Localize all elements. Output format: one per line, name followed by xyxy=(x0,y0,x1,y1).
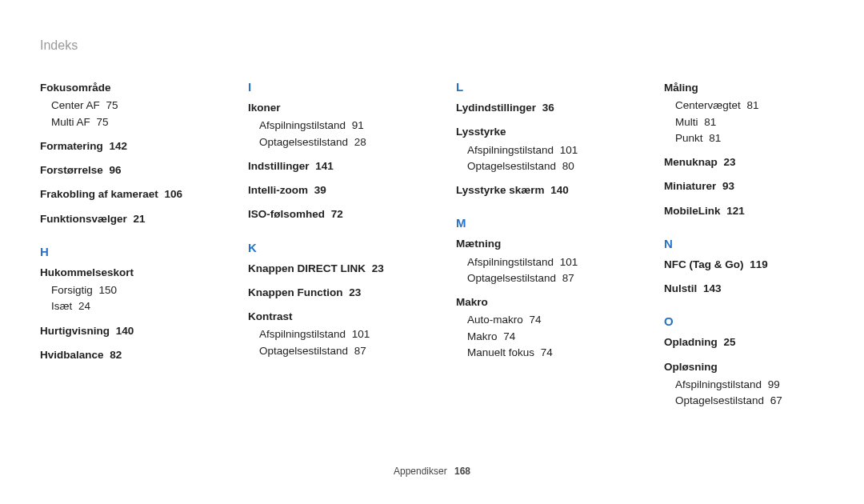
subentry-page: 81 xyxy=(706,132,722,144)
index-entry: Funktionsvælger 21 xyxy=(40,211,200,227)
entry-page: 140 xyxy=(113,325,134,337)
entry-label: Opladning xyxy=(664,336,718,348)
subentry: Afspilningstilstand 91 xyxy=(259,118,408,134)
index-entry: FokusområdeCenter AF 75Multi AF 75 xyxy=(40,80,200,130)
subentry-page: 75 xyxy=(103,99,118,111)
subentry-page: 74 xyxy=(538,346,553,358)
entry-label: ISO-følsomhed xyxy=(248,208,325,220)
subentry-page: 99 xyxy=(765,378,780,390)
subentry-page: 74 xyxy=(526,314,542,326)
subentries: Afspilningstilstand 101Optagelsestilstan… xyxy=(248,326,408,359)
subentry: Afspilningstilstand 99 xyxy=(675,377,824,393)
subentry-page: 80 xyxy=(559,160,574,172)
index-page: Indeks FokusområdeCenter AF 75Multi AF 7… xyxy=(0,0,864,504)
index-entry: NFC (Tag & Go) 119 xyxy=(664,257,824,273)
entry-label: Kontrast xyxy=(248,310,293,322)
subentry-page: 67 xyxy=(767,394,782,406)
subentry: Multi 81 xyxy=(675,114,824,130)
entry-label: Makro xyxy=(456,296,488,308)
index-entry: Formatering 142 xyxy=(40,138,200,154)
entry-page: 82 xyxy=(107,349,122,361)
subentry-page: 81 xyxy=(702,116,717,128)
subentry-page: 150 xyxy=(96,284,117,296)
index-entry: MålingCentervægtet 81Multi 81Punkt 81 xyxy=(664,80,824,146)
subentry-page: 24 xyxy=(75,300,90,312)
column-1: FokusområdeCenter AF 75Multi AF 75Format… xyxy=(40,80,200,417)
index-entry: MakroAuto-makro 74Makro 74Manuelt fokus … xyxy=(456,294,616,361)
entry-page: 121 xyxy=(724,205,745,217)
entry-label: Knappen DIRECT LINK xyxy=(248,262,366,274)
entry-page: 23 xyxy=(346,286,362,298)
index-entry: Nulstil 143 xyxy=(664,281,824,297)
index-entry: MobileLink 121 xyxy=(664,203,824,219)
subentry-label: Afspilningstilstand xyxy=(467,144,554,156)
entry-page: 96 xyxy=(106,164,122,176)
index-entry: Lydindstillinger 36 xyxy=(456,100,616,116)
subentries: Afspilningstilstand 101Optagelsestilstan… xyxy=(456,142,616,175)
entry-label: Hurtigvisning xyxy=(40,325,110,337)
entry-label: Mætning xyxy=(456,238,501,250)
subentry-label: Afspilningstilstand xyxy=(259,119,346,131)
subentries: Auto-makro 74Makro 74Manuelt fokus 74 xyxy=(456,312,616,361)
subentry-label: Afspilningstilstand xyxy=(467,256,554,268)
subentry-page: 87 xyxy=(559,272,574,284)
entry-page: 36 xyxy=(539,102,554,114)
subentry-label: Optagelsestilstand xyxy=(467,272,556,284)
subentry-page: 75 xyxy=(94,116,109,128)
index-columns: FokusområdeCenter AF 75Multi AF 75Format… xyxy=(40,80,824,417)
entry-page: 93 xyxy=(719,180,734,192)
subentry: Punkt 81 xyxy=(675,130,824,146)
subentry: Optagelsestilstand 67 xyxy=(675,393,824,409)
section-letter: N xyxy=(664,237,824,250)
subentry: Manuelt fokus 74 xyxy=(467,345,616,361)
subentry-label: Afspilningstilstand xyxy=(259,328,346,340)
entry-label: Hukommelseskort xyxy=(40,266,134,278)
subentry: Optagelsestilstand 87 xyxy=(467,270,616,286)
entry-label: Måling xyxy=(664,82,698,94)
subentry-page: 101 xyxy=(349,328,370,340)
entry-label: Forstørrelse xyxy=(40,164,103,176)
entry-page: 119 xyxy=(746,258,767,270)
entry-page: 23 xyxy=(721,156,736,168)
subentry-label: Center AF xyxy=(51,99,100,111)
entry-page: 142 xyxy=(106,140,127,152)
index-entry: Frakobling af kameraet 106 xyxy=(40,186,200,202)
index-entry: Hvidbalance 82 xyxy=(40,347,200,363)
entry-label: Miniaturer xyxy=(664,180,716,192)
entry-page: 140 xyxy=(548,184,569,196)
subentry-label: Optagelsestilstand xyxy=(259,345,348,357)
entry-label: Nulstil xyxy=(664,282,697,294)
index-entry: Lysstyrke skærm 140 xyxy=(456,182,616,198)
index-entry: ISO-følsomhed 72 xyxy=(248,206,408,222)
index-entry: MætningAfspilningstilstand 101Optagelses… xyxy=(456,236,616,286)
index-entry: Intelli-zoom 39 xyxy=(248,182,408,198)
subentry-label: Manuelt fokus xyxy=(467,346,534,358)
footer: Appendikser 168 xyxy=(0,466,864,477)
subentry-page: 74 xyxy=(501,330,516,342)
subentries: Centervægtet 81Multi 81Punkt 81 xyxy=(664,98,824,146)
subentry: Afspilningstilstand 101 xyxy=(467,254,616,270)
subentries: Center AF 75Multi AF 75 xyxy=(40,98,200,130)
footer-page: 168 xyxy=(454,466,470,477)
subentry: Afspilningstilstand 101 xyxy=(467,142,616,158)
column-4: MålingCentervægtet 81Multi 81Punkt 81Men… xyxy=(664,80,824,417)
entry-page: 39 xyxy=(311,184,326,196)
index-entry: Indstillinger 141 xyxy=(248,158,408,174)
entry-label: Indstillinger xyxy=(248,160,310,172)
index-entry: Knappen Function 23 xyxy=(248,285,408,301)
subentry: Multi AF 75 xyxy=(51,114,200,130)
index-entry: IkonerAfspilningstilstand 91Optagelsesti… xyxy=(248,100,408,150)
subentry-label: Makro xyxy=(467,330,498,342)
subentry: Optagelsestilstand 80 xyxy=(467,158,616,174)
entry-page: 106 xyxy=(162,188,182,200)
index-entry: Menuknap 23 xyxy=(664,154,824,170)
entry-label: Fokusområde xyxy=(40,82,111,94)
index-entry: Knappen DIRECT LINK 23 xyxy=(248,261,408,277)
entry-label: Intelli-zoom xyxy=(248,184,308,196)
subentries: Afspilningstilstand 99Optagelsestilstand… xyxy=(664,377,824,410)
index-entry: HukommelseskortForsigtig 150Isæt 24 xyxy=(40,265,200,315)
entry-label: Menuknap xyxy=(664,156,718,168)
entry-label: Hvidbalance xyxy=(40,349,104,361)
section-letter: I xyxy=(248,80,408,94)
entry-page: 21 xyxy=(130,213,146,225)
